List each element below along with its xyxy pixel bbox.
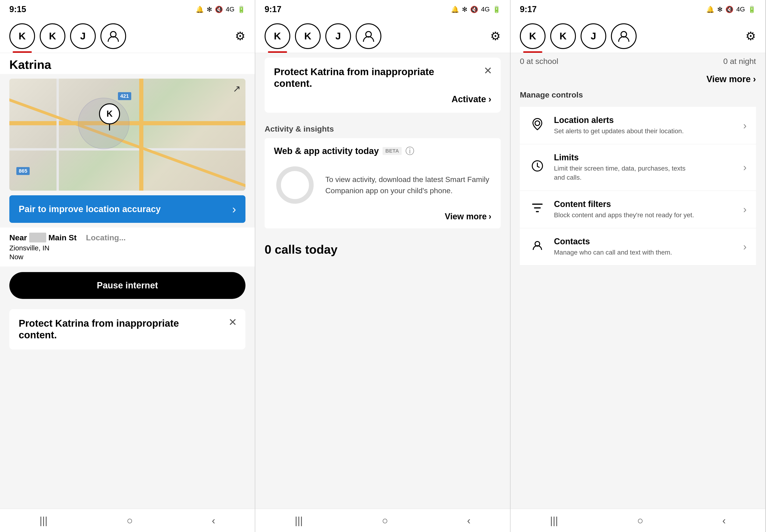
control-item-contacts[interactable]: Contacts Manage who can call and text wi… — [520, 228, 756, 266]
avatars-left-2: K K J — [265, 23, 381, 49]
nav-back-icon-2[interactable]: ‹ — [467, 515, 470, 526]
activate-link-2[interactable]: Activate › — [452, 94, 492, 104]
battery-icon-3: 🔋 — [748, 6, 756, 13]
activity-header-2: Activity & insights — [265, 124, 501, 133]
avatar-row-2: K K J ⚙ — [265, 23, 501, 53]
protect-card-1: ✕ Protect Katrina from inappropriate con… — [9, 309, 246, 350]
panel-2: 9:17 🔔 ✻ 🔇 4G 🔋 K K J — [255, 0, 510, 532]
avatar-K2-2[interactable]: K — [295, 23, 321, 49]
panel-1: 9:15 🔔 ✻ 🔇 4G 🔋 K K J — [0, 0, 255, 532]
map-marker-1: K — [99, 103, 120, 130]
night-count: 0 at night — [723, 57, 756, 66]
close-icon-2[interactable]: ✕ — [484, 65, 492, 77]
map-expand-icon[interactable]: ↗ — [233, 83, 241, 94]
control-contacts-desc: Manage who can call and text with them. — [554, 248, 672, 257]
status-bar-3: 9:17 🔔 ✻ 🔇 4G 🔋 — [510, 0, 765, 19]
status-time-3: 9:17 — [520, 4, 537, 14]
avatar-person-1[interactable] — [100, 23, 126, 49]
close-icon-1[interactable]: ✕ — [229, 316, 237, 328]
avatar-row-3: K K J ⚙ — [520, 23, 756, 53]
nav-menu-icon-1[interactable]: ||| — [39, 515, 47, 526]
activate-row-2: Activate › — [274, 94, 491, 104]
chevron-location: › — [743, 120, 747, 131]
panel3-header: 0 at school 0 at night — [510, 53, 765, 72]
gear-icon-3[interactable]: ⚙ — [745, 29, 756, 43]
avatar-row-1: K K J ⚙ — [9, 23, 246, 53]
avatar-K-active-3[interactable]: K — [520, 23, 545, 49]
alarm-icon: 🔔 — [196, 6, 204, 13]
activity-desc-2: To view activity, download the latest Sm… — [325, 174, 491, 196]
map-highway-865: 865 — [16, 167, 30, 175]
activity-title-row-2: Web & app activity today BETA ⓘ — [274, 145, 491, 157]
activity-card-2: Web & app activity today BETA ⓘ To view … — [265, 138, 501, 228]
gear-icon-2[interactable]: ⚙ — [490, 29, 501, 43]
view-more-row-2: View more › — [274, 212, 491, 221]
avatar-J-1[interactable]: J — [70, 23, 96, 49]
nav-back-icon-1[interactable]: ‹ — [212, 515, 215, 526]
pair-banner-1[interactable]: Pair to improve location accuracy › — [9, 195, 246, 223]
control-location-desc: Set alerts to get updates about their lo… — [554, 126, 684, 136]
volume-icon: 🔇 — [215, 6, 223, 13]
location-time-1: Now — [9, 253, 246, 261]
map-container-1[interactable]: 421 865 K ↗ — [9, 79, 246, 191]
alarm-icon-2: 🔔 — [451, 6, 459, 13]
location-address-1: Near Main St Locating... — [9, 233, 246, 242]
avatars-left-3: K K J — [520, 23, 637, 49]
limits-icon — [529, 160, 545, 175]
signal-icon: 4G — [226, 6, 235, 13]
gear-icon-1[interactable]: ⚙ — [235, 29, 246, 43]
volume-icon-2: 🔇 — [470, 6, 478, 13]
control-item-filters[interactable]: Content filters Block content and apps t… — [520, 191, 756, 228]
page-title-1: Katrina — [0, 53, 255, 74]
status-time-1: 9:15 — [9, 4, 26, 14]
avatar-person-3[interactable] — [611, 23, 637, 49]
nav-home-icon-3[interactable]: ○ — [637, 515, 643, 526]
panel3-top-row: 0 at school 0 at night — [520, 57, 756, 66]
pause-button-1[interactable]: Pause internet — [9, 272, 246, 299]
control-filters-desc: Block content and apps they're not ready… — [554, 210, 694, 220]
info-icon-2[interactable]: ⓘ — [405, 145, 414, 157]
nav-back-icon-3[interactable]: ‹ — [722, 515, 726, 526]
avatar-K-active-2[interactable]: K — [265, 23, 290, 49]
status-bar-1: 9:15 🔔 ✻ 🔇 4G 🔋 — [0, 0, 255, 19]
avatar-person-2[interactable] — [356, 23, 381, 49]
nav-home-icon-2[interactable]: ○ — [382, 515, 388, 526]
control-limits-desc: Limit their screen time, data, purchases… — [554, 164, 694, 182]
status-bar-2: 9:17 🔔 ✻ 🔇 4G 🔋 — [255, 0, 510, 19]
status-icons-3: 🔔 ✻ 🔇 4G 🔋 — [706, 6, 756, 13]
nav-bar-1: ||| ○ ‹ — [0, 509, 255, 532]
bluetooth-icon-2: ✻ — [462, 6, 467, 13]
control-item-location[interactable]: Location alerts Set alerts to get update… — [520, 107, 756, 144]
control-filters-title: Content filters — [554, 199, 694, 209]
avatars-left-1: K K J — [9, 23, 126, 49]
map-bg-1: 421 865 K ↗ — [9, 79, 246, 191]
protect-card-title-2: Protect Katrina from inappropriate conte… — [274, 66, 448, 90]
avatar-J-3[interactable]: J — [581, 23, 606, 49]
nav-bar-2: ||| ○ ‹ — [255, 509, 510, 532]
chevron-filters: › — [743, 203, 747, 215]
nav-menu-icon-3[interactable]: ||| — [550, 515, 558, 526]
activity-content-2: To view activity, download the latest Sm… — [274, 164, 491, 206]
nav-menu-icon-2[interactable]: ||| — [295, 515, 303, 526]
chevron-contacts: › — [743, 241, 747, 252]
view-more-chevron-3: › — [753, 74, 756, 84]
address-blurred — [29, 233, 46, 242]
nav-home-icon-1[interactable]: ○ — [126, 515, 133, 526]
avatar-K2-3[interactable]: K — [550, 23, 576, 49]
avatar-K-active-1[interactable]: K — [9, 23, 35, 49]
alarm-icon-3: 🔔 — [706, 6, 714, 13]
location-status-1: Locating... — [86, 233, 126, 242]
chevron-limits: › — [743, 161, 747, 173]
view-more-link-2[interactable]: View more › — [445, 212, 491, 221]
status-time-2: 9:17 — [265, 4, 282, 14]
school-count: 0 at school — [520, 57, 558, 66]
location-icon — [529, 118, 545, 133]
avatar-J-2[interactable]: J — [325, 23, 351, 49]
avatar-K2-1[interactable]: K — [40, 23, 65, 49]
panel3-view-more[interactable]: View more › — [510, 72, 765, 87]
protect-card-title-1: Protect Katrina from inappropriate conte… — [19, 318, 193, 341]
control-item-limits[interactable]: Limits Limit their screen time, data, pu… — [520, 144, 756, 191]
control-location-title: Location alerts — [554, 115, 684, 125]
filters-icon — [529, 202, 545, 217]
status-icons-2: 🔔 ✻ 🔇 4G 🔋 — [451, 6, 501, 13]
